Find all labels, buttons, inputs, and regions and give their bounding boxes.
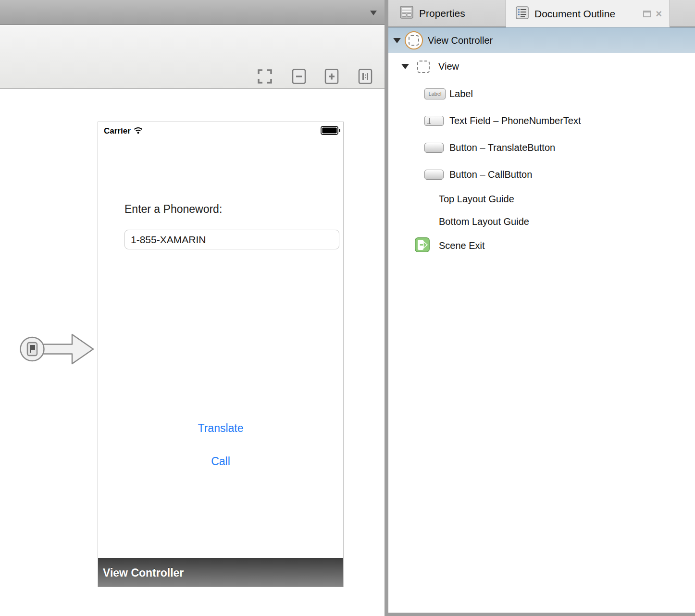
outline-row-label: View <box>438 61 459 72</box>
minus-icon <box>292 69 307 84</box>
outline-row-label: View Controller <box>428 35 493 46</box>
outline-row-bottom-layout-guide[interactable]: Bottom Layout Guide <box>388 210 695 233</box>
carrier-label: Carrier <box>104 126 131 136</box>
panel-bottom-border <box>388 613 695 616</box>
plus-icon <box>324 69 340 84</box>
tab-bar-filler <box>670 0 695 27</box>
zoom-out-button[interactable] <box>292 69 307 84</box>
fullscreen-icon <box>257 69 273 84</box>
view-controller-icon <box>405 31 423 49</box>
zoom-in-button[interactable] <box>324 69 340 84</box>
fit-to-window-button[interactable] <box>257 69 273 84</box>
battery-icon <box>321 126 340 137</box>
outline-row-text-field[interactable]: Text Field – PhoneNumberText <box>388 107 695 134</box>
scene-title-bar[interactable]: View Controller <box>98 558 343 587</box>
panel-tab-bar: Properties Document Outline × <box>388 0 695 27</box>
outline-row-view[interactable]: View <box>388 53 695 80</box>
tab-properties-label: Properties <box>419 8 465 19</box>
design-pane: ZOOM Carrier <box>0 0 385 616</box>
outline-row-label: Button – TranslateButton <box>449 142 555 153</box>
call-button[interactable]: Call <box>98 455 343 468</box>
disclosure-triangle-icon[interactable] <box>393 38 401 43</box>
pane-splitter[interactable] <box>385 0 388 616</box>
storyboard-entry-point-icon[interactable] <box>19 331 96 370</box>
outline-row-scene-exit[interactable]: Scene Exit <box>388 233 695 258</box>
button-icon <box>424 143 444 153</box>
outline-row-label: Top Layout Guide <box>439 194 514 205</box>
scene-exit-icon <box>415 237 430 254</box>
translate-button[interactable]: Translate <box>98 422 343 435</box>
outline-pane: Properties Document Outline × <box>388 0 695 616</box>
text-field-icon <box>424 116 444 126</box>
design-pane-header <box>0 0 385 25</box>
outline-list-icon <box>516 6 529 21</box>
chevron-down-icon[interactable] <box>370 11 377 15</box>
view-icon <box>417 61 430 73</box>
outline-row-label: Text Field – PhoneNumberText <box>449 115 581 126</box>
disclosure-triangle-icon[interactable] <box>401 64 409 69</box>
document-outline-tree: View Controller View Label Label Text Fi… <box>388 27 695 258</box>
outline-row-top-layout-guide[interactable]: Top Layout Guide <box>388 188 695 210</box>
zoom-toolbar: ZOOM <box>0 25 385 89</box>
outline-row-view-controller[interactable]: View Controller <box>388 27 695 53</box>
one-to-one-icon <box>358 69 373 84</box>
label-icon: Label <box>424 88 446 99</box>
tab-document-outline[interactable]: Document Outline × <box>506 0 670 27</box>
outline-row-translate-button[interactable]: Button – TranslateButton <box>388 134 695 161</box>
outline-row-label: Bottom Layout Guide <box>439 216 529 227</box>
ios-designer-window: ZOOM Carrier <box>0 0 695 616</box>
wifi-icon <box>134 127 143 136</box>
view-controller-scene[interactable]: Carrier Enter a Phoneword: <box>98 122 344 587</box>
properties-icon <box>400 6 413 21</box>
scene-title: View Controller <box>103 567 184 579</box>
actual-size-button[interactable] <box>358 69 373 84</box>
button-icon <box>424 170 444 180</box>
outline-row-label-widget[interactable]: Label Label <box>388 80 695 107</box>
outline-row-label: Scene Exit <box>439 240 485 251</box>
tab-document-outline-label: Document Outline <box>534 8 615 20</box>
tab-properties[interactable]: Properties <box>388 0 506 27</box>
outline-row-label: Button – CallButton <box>449 169 532 180</box>
close-icon[interactable]: × <box>656 11 662 17</box>
phoneword-label: Enter a Phoneword: <box>124 203 222 216</box>
outline-row-call-button[interactable]: Button – CallButton <box>388 161 695 188</box>
restore-window-icon[interactable] <box>643 11 651 17</box>
outline-row-label: Label <box>449 88 473 99</box>
status-bar: Carrier <box>104 126 340 136</box>
phone-number-field[interactable] <box>124 230 339 249</box>
